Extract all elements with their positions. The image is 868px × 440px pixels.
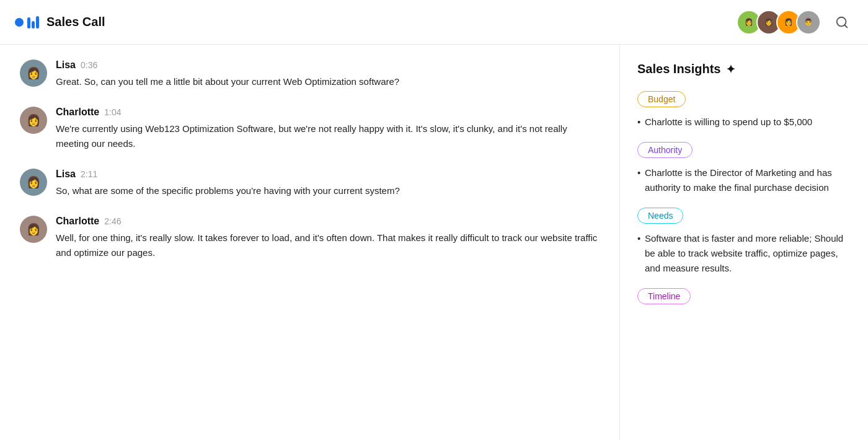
speaker-time-4: 2:46 bbox=[104, 216, 121, 226]
page-title: Sales Call bbox=[46, 15, 105, 29]
badge-needs: Needs bbox=[637, 208, 683, 224]
speaker-name-2: Charlotte bbox=[56, 107, 99, 118]
message-3: 👩 Lisa 2:11 So, what are some of the spe… bbox=[20, 169, 600, 198]
logo-dot bbox=[15, 18, 24, 27]
sparkle-icon: ✦ bbox=[726, 63, 735, 76]
message-header-3: Lisa 2:11 bbox=[56, 169, 400, 180]
svg-line-1 bbox=[844, 25, 847, 27]
message-content-3: Lisa 2:11 So, what are some of the speci… bbox=[56, 169, 400, 198]
message-content-1: Lisa 0:36 Great. So, can you tell me a l… bbox=[56, 59, 399, 89]
speaker-name-4: Charlotte bbox=[56, 216, 99, 227]
speaker-name-1: Lisa bbox=[56, 59, 76, 71]
insight-budget: Budget Charlotte is willing to spend up … bbox=[637, 91, 851, 130]
logo-bar-1 bbox=[27, 17, 30, 29]
insights-panel: Sales Insights ✦ Budget Charlotte is wil… bbox=[620, 45, 868, 440]
message-text-2: We're currently using Web123 Optimizatio… bbox=[56, 121, 600, 151]
insight-authority: Authority Charlotte is the Director of M… bbox=[637, 142, 851, 195]
message-header-1: Lisa 0:36 bbox=[56, 59, 399, 71]
insights-title-text: Sales Insights bbox=[637, 62, 721, 76]
message-header-4: Charlotte 2:46 bbox=[56, 216, 600, 227]
message-text-1: Great. So, can you tell me a little bit … bbox=[56, 74, 399, 89]
message-content-4: Charlotte 2:46 Well, for one thing, it's… bbox=[56, 216, 600, 260]
speaker-time-2: 1:04 bbox=[104, 107, 121, 117]
badge-authority: Authority bbox=[637, 142, 693, 158]
logo-bar-2 bbox=[32, 21, 35, 29]
speaker-time-3: 2:11 bbox=[81, 169, 97, 179]
insight-needs-text: Software that is faster and more reliabl… bbox=[637, 231, 851, 276]
message-content-2: Charlotte 1:04 We're currently using Web… bbox=[56, 107, 600, 151]
header-left: Sales Call bbox=[15, 15, 105, 29]
badge-budget: Budget bbox=[637, 91, 686, 107]
insights-title: Sales Insights ✦ bbox=[637, 62, 851, 76]
main-content: 👩 Lisa 0:36 Great. So, can you tell me a… bbox=[0, 45, 868, 440]
charlotte-avatar-2: 👩 bbox=[20, 216, 47, 243]
transcript-panel: 👩 Lisa 0:36 Great. So, can you tell me a… bbox=[0, 45, 620, 440]
insight-authority-text: Charlotte is the Director of Marketing a… bbox=[637, 165, 851, 195]
participant-avatars: 👩 👩 👩 👨 bbox=[737, 10, 821, 35]
lisa-avatar-1: 👩 bbox=[20, 59, 47, 87]
logo-bar-3 bbox=[36, 16, 39, 29]
header-right: 👩 👩 👩 👨 bbox=[737, 10, 853, 35]
speaker-time-1: 0:36 bbox=[81, 60, 97, 70]
header: Sales Call 👩 👩 👩 👨 bbox=[0, 0, 868, 45]
insight-timeline: Timeline bbox=[637, 288, 851, 312]
message-1: 👩 Lisa 0:36 Great. So, can you tell me a… bbox=[20, 59, 600, 89]
logo bbox=[15, 16, 39, 29]
charlotte-avatar-1: 👩 bbox=[20, 107, 47, 134]
search-button[interactable] bbox=[831, 11, 853, 33]
badge-timeline: Timeline bbox=[637, 288, 691, 304]
insight-budget-text: Charlotte is willing to spend up to $5,0… bbox=[637, 115, 851, 130]
message-4: 👩 Charlotte 2:46 Well, for one thing, it… bbox=[20, 216, 600, 260]
insight-needs: Needs Software that is faster and more r… bbox=[637, 208, 851, 276]
message-text-3: So, what are some of the specific proble… bbox=[56, 183, 400, 198]
speaker-name-3: Lisa bbox=[56, 169, 76, 180]
avatar-4: 👨 bbox=[796, 10, 821, 35]
lisa-avatar-2: 👩 bbox=[20, 169, 47, 196]
message-2: 👩 Charlotte 1:04 We're currently using W… bbox=[20, 107, 600, 151]
message-text-4: Well, for one thing, it's really slow. I… bbox=[56, 231, 600, 260]
message-header-2: Charlotte 1:04 bbox=[56, 107, 600, 118]
